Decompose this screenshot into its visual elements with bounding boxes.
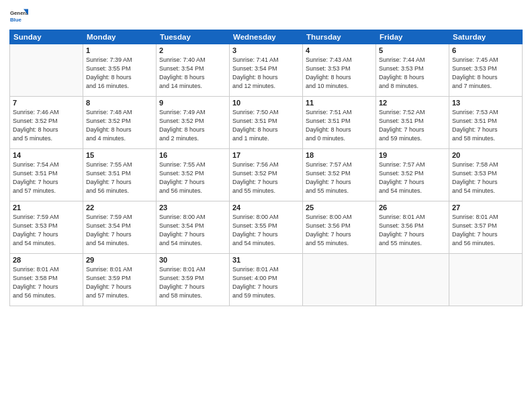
day-info: Sunrise: 8:00 AMSunset: 3:54 PMDaylight:… — [159, 213, 226, 248]
day-number: 26 — [379, 203, 446, 212]
day-info: Sunrise: 7:56 AMSunset: 3:52 PMDaylight:… — [232, 161, 300, 195]
day-cell-10: 10Sunrise: 7:50 AMSunset: 3:51 PMDayligh… — [230, 97, 303, 149]
day-cell-14: 14Sunrise: 7:54 AMSunset: 3:51 PMDayligh… — [10, 149, 83, 201]
day-cell-6: 6Sunrise: 7:45 AMSunset: 3:53 PMDaylight… — [449, 44, 523, 97]
day-cell-22: 22Sunrise: 7:59 AMSunset: 3:54 PMDayligh… — [83, 201, 157, 254]
day-number: 23 — [159, 203, 226, 212]
calendar-table: SundayMondayTuesdayWednesdayThursdayFrid… — [9, 30, 523, 306]
day-number: 5 — [379, 46, 446, 54]
empty-cell — [449, 254, 523, 306]
day-info: Sunrise: 7:49 AMSunset: 3:52 PMDaylight:… — [159, 108, 226, 143]
day-number: 11 — [306, 99, 373, 107]
day-number: 3 — [232, 46, 300, 54]
day-cell-8: 8Sunrise: 7:48 AMSunset: 3:52 PMDaylight… — [83, 97, 157, 149]
day-info: Sunrise: 7:39 AMSunset: 3:55 PMDaylight:… — [86, 56, 153, 91]
day-cell-11: 11Sunrise: 7:51 AMSunset: 3:51 PMDayligh… — [303, 97, 376, 149]
weekday-tuesday: Tuesday — [157, 30, 230, 44]
day-cell-24: 24Sunrise: 8:00 AMSunset: 3:55 PMDayligh… — [230, 201, 303, 254]
day-cell-23: 23Sunrise: 8:00 AMSunset: 3:54 PMDayligh… — [157, 201, 230, 254]
day-cell-26: 26Sunrise: 8:01 AMSunset: 3:56 PMDayligh… — [376, 201, 449, 254]
day-info: Sunrise: 7:58 AMSunset: 3:53 PMDaylight:… — [452, 161, 519, 195]
day-info: Sunrise: 8:01 AMSunset: 4:00 PMDaylight:… — [232, 265, 300, 300]
day-cell-31: 31Sunrise: 8:01 AMSunset: 4:00 PMDayligh… — [230, 254, 303, 306]
day-number: 6 — [452, 46, 519, 54]
day-number: 20 — [452, 151, 519, 159]
day-cell-29: 29Sunrise: 8:01 AMSunset: 3:59 PMDayligh… — [83, 254, 157, 306]
weekday-wednesday: Wednesday — [230, 30, 303, 44]
day-info: Sunrise: 7:54 AMSunset: 3:51 PMDaylight:… — [13, 161, 80, 195]
day-number: 17 — [232, 151, 300, 159]
day-info: Sunrise: 8:01 AMSunset: 3:57 PMDaylight:… — [452, 213, 519, 248]
day-number: 15 — [86, 151, 153, 159]
weekday-monday: Monday — [83, 30, 157, 44]
day-number: 14 — [13, 151, 80, 159]
day-cell-7: 7Sunrise: 7:46 AMSunset: 3:52 PMDaylight… — [10, 97, 83, 149]
weekday-friday: Friday — [376, 30, 449, 44]
day-number: 29 — [86, 256, 153, 264]
day-cell-28: 28Sunrise: 8:01 AMSunset: 3:58 PMDayligh… — [10, 254, 83, 306]
day-info: Sunrise: 7:57 AMSunset: 3:52 PMDaylight:… — [379, 161, 446, 195]
weekday-thursday: Thursday — [303, 30, 376, 44]
day-info: Sunrise: 7:46 AMSunset: 3:52 PMDaylight:… — [13, 108, 80, 143]
day-info: Sunrise: 8:00 AMSunset: 3:55 PMDaylight:… — [232, 213, 300, 248]
svg-text:Blue: Blue — [10, 17, 22, 23]
day-cell-18: 18Sunrise: 7:57 AMSunset: 3:52 PMDayligh… — [303, 149, 376, 201]
day-cell-17: 17Sunrise: 7:56 AMSunset: 3:52 PMDayligh… — [230, 149, 303, 201]
day-number: 2 — [159, 46, 226, 54]
day-info: Sunrise: 7:55 AMSunset: 3:52 PMDaylight:… — [159, 161, 226, 195]
day-cell-12: 12Sunrise: 7:52 AMSunset: 3:51 PMDayligh… — [376, 97, 449, 149]
day-info: Sunrise: 7:50 AMSunset: 3:51 PMDaylight:… — [232, 108, 300, 143]
empty-cell — [303, 254, 376, 306]
day-info: Sunrise: 8:01 AMSunset: 3:59 PMDaylight:… — [159, 265, 226, 300]
day-number: 7 — [13, 99, 80, 107]
day-info: Sunrise: 7:41 AMSunset: 3:54 PMDaylight:… — [232, 56, 300, 91]
day-number: 1 — [86, 46, 153, 54]
day-number: 13 — [452, 99, 519, 107]
day-cell-3: 3Sunrise: 7:41 AMSunset: 3:54 PMDaylight… — [230, 44, 303, 97]
day-cell-9: 9Sunrise: 7:49 AMSunset: 3:52 PMDaylight… — [157, 97, 230, 149]
day-cell-16: 16Sunrise: 7:55 AMSunset: 3:52 PMDayligh… — [157, 149, 230, 201]
day-info: Sunrise: 7:55 AMSunset: 3:51 PMDaylight:… — [86, 161, 153, 195]
day-info: Sunrise: 7:59 AMSunset: 3:53 PMDaylight:… — [13, 213, 80, 248]
day-info: Sunrise: 7:45 AMSunset: 3:53 PMDaylight:… — [452, 56, 519, 91]
day-number: 25 — [306, 203, 373, 212]
day-info: Sunrise: 7:40 AMSunset: 3:54 PMDaylight:… — [159, 56, 226, 91]
day-cell-5: 5Sunrise: 7:44 AMSunset: 3:53 PMDaylight… — [376, 44, 449, 97]
day-info: Sunrise: 7:53 AMSunset: 3:51 PMDaylight:… — [452, 108, 519, 143]
logo-icon: General Blue — [9, 7, 28, 26]
day-info: Sunrise: 7:43 AMSunset: 3:53 PMDaylight:… — [306, 56, 373, 91]
day-info: Sunrise: 8:01 AMSunset: 3:58 PMDaylight:… — [13, 265, 80, 300]
week-row-3: 14Sunrise: 7:54 AMSunset: 3:51 PMDayligh… — [10, 149, 523, 201]
day-cell-20: 20Sunrise: 7:58 AMSunset: 3:53 PMDayligh… — [449, 149, 523, 201]
day-cell-2: 2Sunrise: 7:40 AMSunset: 3:54 PMDaylight… — [157, 44, 230, 97]
weekday-header-row: SundayMondayTuesdayWednesdayThursdayFrid… — [10, 30, 523, 44]
week-row-1: 1Sunrise: 7:39 AMSunset: 3:55 PMDaylight… — [10, 44, 523, 97]
day-cell-30: 30Sunrise: 8:01 AMSunset: 3:59 PMDayligh… — [157, 254, 230, 306]
day-number: 28 — [13, 256, 80, 264]
week-row-5: 28Sunrise: 8:01 AMSunset: 3:58 PMDayligh… — [10, 254, 523, 306]
weekday-sunday: Sunday — [10, 30, 83, 44]
day-cell-27: 27Sunrise: 8:01 AMSunset: 3:57 PMDayligh… — [449, 201, 523, 254]
day-cell-25: 25Sunrise: 8:00 AMSunset: 3:56 PMDayligh… — [303, 201, 376, 254]
day-cell-19: 19Sunrise: 7:57 AMSunset: 3:52 PMDayligh… — [376, 149, 449, 201]
logo: General Blue — [9, 7, 28, 26]
day-info: Sunrise: 7:48 AMSunset: 3:52 PMDaylight:… — [86, 108, 153, 143]
day-number: 10 — [232, 99, 300, 107]
day-number: 18 — [306, 151, 373, 159]
day-number: 24 — [232, 203, 300, 212]
day-number: 27 — [452, 203, 519, 212]
day-cell-15: 15Sunrise: 7:55 AMSunset: 3:51 PMDayligh… — [83, 149, 157, 201]
day-number: 16 — [159, 151, 226, 159]
day-number: 21 — [13, 203, 80, 212]
day-number: 12 — [379, 99, 446, 107]
day-number: 4 — [306, 46, 373, 54]
day-number: 19 — [379, 151, 446, 159]
day-number: 9 — [159, 99, 226, 107]
day-info: Sunrise: 7:59 AMSunset: 3:54 PMDaylight:… — [86, 213, 153, 248]
day-number: 30 — [159, 256, 226, 264]
day-number: 22 — [86, 203, 153, 212]
day-cell-13: 13Sunrise: 7:53 AMSunset: 3:51 PMDayligh… — [449, 97, 523, 149]
day-info: Sunrise: 7:57 AMSunset: 3:52 PMDaylight:… — [306, 161, 373, 195]
page-header: General Blue — [9, 7, 523, 26]
day-info: Sunrise: 8:01 AMSunset: 3:59 PMDaylight:… — [86, 265, 153, 300]
